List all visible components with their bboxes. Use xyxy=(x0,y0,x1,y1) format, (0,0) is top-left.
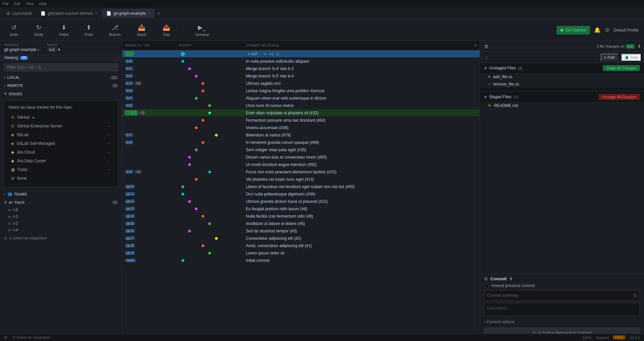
commit-row[interactable]: Ut morbi tincidunt augue interdum (#92) xyxy=(122,161,480,168)
branch-tag: gc-3 xyxy=(125,207,135,211)
profile-button[interactable]: Default Profile xyxy=(613,28,639,33)
fetch-button[interactable]: ⬇ Fetch xyxy=(55,22,73,39)
commit-row[interactable]: gc-6Sed do eiusmod tempor (#3) xyxy=(122,227,480,235)
repo-name[interactable]: git-graph-example › xyxy=(4,47,39,52)
unstage-all-button[interactable]: Unstage All Changes xyxy=(599,94,640,100)
commit-label-row: ⊙ Commit ⬆ xyxy=(484,276,640,281)
add-tab-button[interactable]: + xyxy=(155,10,162,16)
tracker-none[interactable]: ⊘ None xyxy=(8,174,114,183)
get-started-button[interactable]: Get Started xyxy=(556,26,590,35)
notification-icon[interactable]: 🔔 xyxy=(594,27,601,33)
menu-help[interactable]: Help xyxy=(39,2,47,6)
commit-row[interactable]: mainInitial commit xyxy=(122,257,480,264)
tab-launchpad[interactable]: ⊞ Launchpad xyxy=(3,9,36,18)
teams-section-header[interactable]: › 👥 TEAMS xyxy=(0,190,122,198)
branch-button[interactable]: ⎇ Branch xyxy=(105,22,125,39)
tab-close-custom-themes[interactable]: ✕ xyxy=(95,11,98,15)
menu-view[interactable]: View xyxy=(26,2,34,6)
commit-options-toggle[interactable]: › Commit options xyxy=(484,318,640,326)
staged-file-readme[interactable]: ✏ README.md xyxy=(480,102,644,109)
tracker-jira-cloud[interactable]: ◆ Jira Cloud → xyxy=(8,148,114,157)
select-integration[interactable]: ⊙ ⊙ Select an integration xyxy=(0,233,122,243)
tracker-gitlab-self[interactable]: ◈ GitLab Self-Managed → xyxy=(8,139,114,148)
support-link[interactable]: Support xyxy=(596,336,609,340)
tracker-github[interactable]: ⊙ GitHub ● xyxy=(8,113,114,122)
tag-t2[interactable]: 🏷 t-2 xyxy=(0,220,122,227)
commit-row[interactable]: ✓ b-6+1Enim diam vulputate ut pharetra s… xyxy=(122,109,480,117)
commit-row[interactable]: Dictum varius duis at consectetur lorem … xyxy=(122,154,480,161)
commit-row[interactable]: b-1Merge branch 'b-4' into b-2 xyxy=(122,65,480,72)
commit-row[interactable]: gc-0Libero id faucibus nisl tincidunt eg… xyxy=(122,183,480,190)
filter-input[interactable] xyxy=(4,63,118,71)
tag-t0[interactable]: 🏷 t-0 xyxy=(0,207,122,213)
tracker-github-enterprise[interactable]: ⊙ GitHub Enterprise Server → xyxy=(8,122,114,130)
issues-section-header[interactable]: ∨ ISSUES xyxy=(0,90,122,98)
branch-tag: b-7 xyxy=(125,133,133,137)
unstaged-file-add[interactable]: + add_file.cs xyxy=(480,73,644,80)
github-icon: ⊙ xyxy=(11,115,14,120)
undo-button[interactable]: ↺ Undo xyxy=(5,22,22,39)
stage-all-button[interactable]: Stage All Changes xyxy=(603,65,640,71)
branch-selector[interactable]: b-6 ▾ xyxy=(47,47,60,52)
local-section-header[interactable]: › LOCAL 21 xyxy=(0,73,122,81)
commit-row[interactable]: b-8In hendrerit gravida rutrum quisque (… xyxy=(122,139,480,146)
amend-checkbox[interactable] xyxy=(484,283,489,288)
commit-row[interactable]: b-0In nulla posuere sollicitudin aliquam xyxy=(122,58,480,65)
stash-button[interactable]: 📥 Stash xyxy=(133,22,150,39)
commit-row[interactable]: gc-1Orci nulla pellentesque dignissim (#… xyxy=(122,190,480,198)
settings-icon[interactable]: ⚙ xyxy=(605,27,609,33)
commit-row[interactable]: gc-8Amet, consectetur adipiscing elit (#… xyxy=(122,242,480,249)
commit-row[interactable]: Fermentum posuere urna nec tincidunt (#6… xyxy=(122,117,480,124)
branch-tag: b-4 xyxy=(125,89,133,93)
discard-all-button[interactable]: 🗑 xyxy=(483,42,490,50)
commit-row[interactable]: b-2Merge branch 'b-5' into b-4 xyxy=(122,72,480,80)
commit-row[interactable]: gc-7Consectetur adipiscing elit (#2) xyxy=(122,235,480,242)
commit-summary-field[interactable]: Commit summary 72 xyxy=(484,290,640,301)
message-col: Vel pharetra vel turpis nunc eget (#14) xyxy=(243,177,480,182)
tracker-gitlab[interactable]: ◈ GitLab → xyxy=(8,130,114,139)
commit-row[interactable]: b-7Bibendum at varius (#79) xyxy=(122,131,480,139)
terminal-button[interactable]: ▶_ Terminal xyxy=(191,22,213,39)
commit-row[interactable]: Viverra accumsan (#38) xyxy=(122,124,480,131)
download-button[interactable]: ⬇ xyxy=(637,44,641,49)
branch-tag: gc-7 xyxy=(125,236,135,240)
tags-section-header[interactable]: ∨ 🏷 TAGS 4 xyxy=(0,198,122,207)
commit-row[interactable]: Vel pharetra vel turpis nunc eget (#14) xyxy=(122,176,480,183)
tab-git-graph-example[interactable]: 📄 git-graph-example ✕ xyxy=(102,9,155,18)
commit-row[interactable]: b-5Urna nunc id cursus metus xyxy=(122,102,480,109)
tag-t1[interactable]: 🏷 t-1 xyxy=(0,213,122,220)
tab-custom-themes[interactable]: 📄 gitkraken-custom-themes ✕ xyxy=(37,9,102,18)
branch-col: gc-6 xyxy=(122,229,176,233)
select-integration-status[interactable]: ⊙ Select an integration xyxy=(12,335,50,340)
path-view-button[interactable]: ≡ Path xyxy=(601,54,619,61)
tracker-trello[interactable]: ▦ Trello → xyxy=(8,165,114,174)
message-col: In nulla posuere sollicitudin aliquam xyxy=(243,59,480,64)
commit-row[interactable]: b-4Lectus magna fringilla urna porttitor… xyxy=(122,87,480,95)
commit-row[interactable]: gc-2Ultrices gravida dictum fusce ut pla… xyxy=(122,198,480,205)
push-button[interactable]: ⬆ Push xyxy=(80,22,97,39)
sort-button[interactable]: ↕ xyxy=(483,53,490,61)
commit-row[interactable]: b-4Aliquam etiam erat velit scelerisque … xyxy=(122,95,480,102)
chevron-down-tags-icon: ∨ xyxy=(4,200,7,205)
unstaged-file-remove[interactable]: − remove_file.cs xyxy=(480,80,644,88)
tracker-jira-dc[interactable]: ◆ Jira Data Center → xyxy=(8,157,114,165)
commit-row[interactable]: b-3+2Ultrices sagittis orci xyxy=(122,80,480,87)
graph-settings-icon[interactable]: ⚙ xyxy=(474,44,477,47)
commit-row[interactable]: Sem integer vitae justo eget (#35) xyxy=(122,146,480,154)
redo-button[interactable]: ↻ Redo xyxy=(30,22,47,39)
commit-row[interactable]: gc-5Incididunt ut labore et dolore (#5) xyxy=(122,220,480,227)
menu-file[interactable]: File xyxy=(3,2,9,6)
menu-edit[interactable]: Edit xyxy=(14,2,20,6)
wip-row[interactable]: b-0 // WIP ✏ +1 −1 xyxy=(122,50,480,58)
pop-button[interactable]: 📤 Pop xyxy=(158,22,174,39)
remote-section-header[interactable]: › REMOTE 0 xyxy=(0,81,122,90)
commit-row[interactable]: b-9+1Purus non enim praesent elementum f… xyxy=(122,168,480,176)
commit-row[interactable]: gc-3Eu feugiat pretium nibh ipsum (#8) xyxy=(122,205,480,213)
tag-t4[interactable]: 🏷 t-4 xyxy=(0,227,122,233)
message-col: Ut morbi tincidunt augue interdum (#92) xyxy=(243,162,480,167)
tree-view-button[interactable]: 🌲 Tree xyxy=(621,54,641,61)
tab-close-git-graph[interactable]: ✕ xyxy=(148,11,151,15)
commit-row[interactable]: gc-4Nulla facilisi cras fermentum odio (… xyxy=(122,213,480,220)
commit-row[interactable]: gc-9Lorem ipsum dolor sit xyxy=(122,249,480,257)
commit-description-field[interactable]: Description xyxy=(484,303,640,316)
